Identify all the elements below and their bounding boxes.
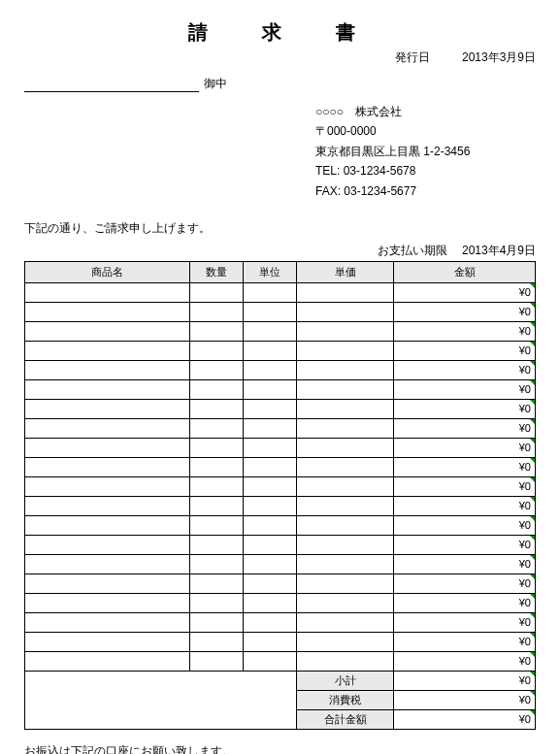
cell-amount: ¥0	[394, 399, 536, 418]
cell-unit	[244, 399, 297, 418]
cell-name	[25, 554, 190, 574]
cell-price	[297, 632, 394, 651]
cell-qty	[190, 554, 244, 574]
header-row: 商品名 数量 単位 単価 金額	[25, 261, 536, 282]
cell-amount: ¥0	[394, 418, 536, 438]
cell-amount: ¥0	[394, 341, 536, 360]
cell-name	[25, 438, 190, 457]
cell-amount: ¥0	[394, 379, 536, 399]
cell-qty	[190, 418, 244, 438]
company-block: ○○○○ 株式会社 〒000-0000 東京都目黒区上目黒 1-2-3456 T…	[315, 102, 536, 201]
cell-qty	[190, 476, 244, 496]
cell-name	[25, 632, 190, 651]
cell-price	[297, 360, 394, 379]
table-row: ¥0	[25, 593, 536, 612]
cell-price	[297, 341, 394, 360]
table-row: ¥0	[25, 341, 536, 360]
cell-unit	[244, 612, 297, 632]
table-row: ¥0	[25, 574, 536, 593]
cell-price	[297, 399, 394, 418]
cell-amount: ¥0	[394, 612, 536, 632]
cell-price	[297, 379, 394, 399]
table-row: ¥0	[25, 612, 536, 632]
cell-name	[25, 418, 190, 438]
table-row: ¥0	[25, 496, 536, 515]
cell-unit	[244, 535, 297, 554]
table-row: ¥0	[25, 321, 536, 341]
table-row: ¥0	[25, 438, 536, 457]
cell-price	[297, 535, 394, 554]
company-postal: 〒000-0000	[315, 121, 536, 141]
cell-qty	[190, 321, 244, 341]
cell-name	[25, 593, 190, 612]
table-row: ¥0	[25, 651, 536, 671]
cell-price	[297, 612, 394, 632]
cell-amount: ¥0	[394, 535, 536, 554]
cell-amount: ¥0	[394, 360, 536, 379]
cell-price	[297, 321, 394, 341]
addressee-honorific: 御中	[204, 76, 227, 92]
cell-name	[25, 321, 190, 341]
cell-unit	[244, 632, 297, 651]
issue-date-value: 2013年3月9日	[462, 50, 536, 64]
cell-name	[25, 515, 190, 535]
cell-amount: ¥0	[394, 321, 536, 341]
table-row: ¥0	[25, 379, 536, 399]
cell-qty	[190, 302, 244, 321]
cell-amount: ¥0	[394, 282, 536, 302]
due-label: お支払い期限	[378, 244, 447, 257]
cell-name	[25, 360, 190, 379]
total-label: 合計金額	[297, 709, 394, 729]
cell-amount: ¥0	[394, 457, 536, 476]
cell-qty	[190, 535, 244, 554]
table-row: ¥0	[25, 418, 536, 438]
cell-amount: ¥0	[394, 302, 536, 321]
addressee-row: 御中	[24, 76, 536, 92]
cell-name	[25, 574, 190, 593]
cell-name	[25, 457, 190, 476]
cell-name	[25, 651, 190, 671]
cell-qty	[190, 457, 244, 476]
cell-name	[25, 399, 190, 418]
cell-name	[25, 612, 190, 632]
table-row: ¥0	[25, 632, 536, 651]
cell-price	[297, 574, 394, 593]
table-row: ¥0	[25, 554, 536, 574]
cell-unit	[244, 321, 297, 341]
company-name: ○○○○ 株式会社	[315, 102, 536, 121]
due-value: 2013年4月9日	[462, 244, 536, 257]
cell-price	[297, 476, 394, 496]
company-tel: TEL: 03-1234-5678	[315, 161, 536, 180]
cell-price	[297, 457, 394, 476]
tax-label: 消費税	[297, 690, 394, 709]
cell-amount: ¥0	[394, 593, 536, 612]
tax-value: ¥0	[394, 690, 536, 709]
cell-qty	[190, 515, 244, 535]
cell-amount: ¥0	[394, 438, 536, 457]
subtotal-label: 小計	[297, 671, 394, 690]
cell-name	[25, 379, 190, 399]
due-row: お支払い期限 2013年4月9日	[24, 243, 536, 259]
issue-date-label: 発行日	[395, 50, 430, 64]
header-qty: 数量	[190, 261, 244, 282]
cell-qty	[190, 593, 244, 612]
cell-unit	[244, 438, 297, 457]
cell-amount: ¥0	[394, 554, 536, 574]
cell-qty	[190, 651, 244, 671]
cell-unit	[244, 302, 297, 321]
cell-unit	[244, 593, 297, 612]
cell-unit	[244, 341, 297, 360]
company-address: 東京都目黒区上目黒 1-2-3456	[315, 142, 536, 161]
table-row: ¥0	[25, 360, 536, 379]
cell-qty	[190, 438, 244, 457]
cell-unit	[244, 282, 297, 302]
table-row: ¥0	[25, 282, 536, 302]
cell-name	[25, 282, 190, 302]
cell-unit	[244, 418, 297, 438]
cell-price	[297, 651, 394, 671]
header-amount: 金額	[394, 261, 536, 282]
subtotal-row: 小計 ¥0	[25, 671, 536, 690]
invoice-table: 商品名 数量 単位 単価 金額 ¥0¥0¥0¥0¥0¥0¥0¥0¥0¥0¥0¥0…	[24, 261, 536, 730]
table-row: ¥0	[25, 535, 536, 554]
cell-qty	[190, 574, 244, 593]
